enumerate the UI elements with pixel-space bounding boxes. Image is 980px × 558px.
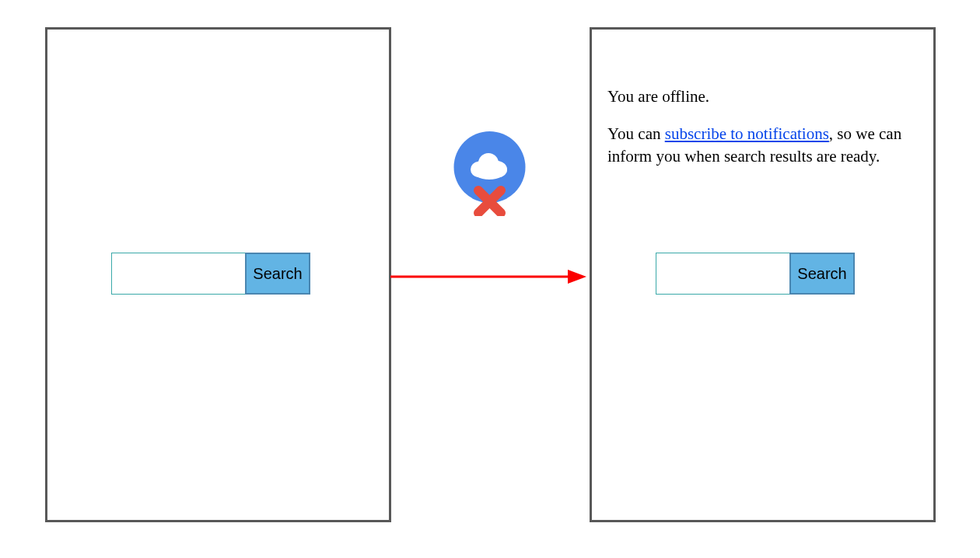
search-form-right: Search (656, 253, 855, 295)
offline-text-line2: You can subscribe to notifications, so w… (607, 123, 918, 167)
offline-text-pre: You can (607, 124, 665, 143)
search-input-right[interactable] (656, 253, 789, 295)
search-input-left[interactable] (111, 253, 245, 295)
offline-text-line1: You are offline. (607, 85, 918, 107)
cloud-offline-icon (453, 131, 527, 216)
search-button-right[interactable]: Search (789, 253, 855, 295)
panel-after: You are offline. You can subscribe to no… (590, 27, 936, 522)
arrow-right-icon (390, 267, 586, 286)
svg-marker-1 (568, 270, 586, 284)
offline-message: You are offline. You can subscribe to no… (607, 85, 918, 183)
svg-point-6 (492, 162, 507, 177)
subscribe-link[interactable]: subscribe to notifications (665, 124, 829, 143)
search-form-left: Search (111, 253, 310, 295)
panel-before: Search (45, 27, 391, 522)
search-button-left[interactable]: Search (245, 253, 310, 295)
